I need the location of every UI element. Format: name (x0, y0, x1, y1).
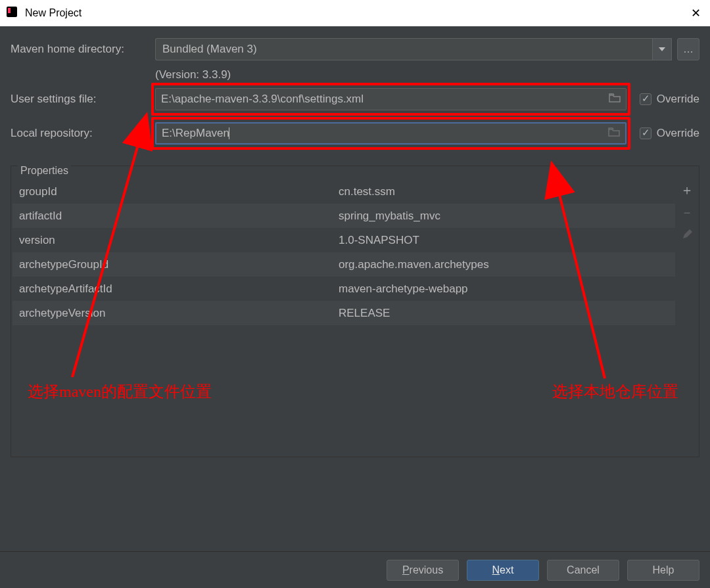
prop-val: spring_mybatis_mvc (339, 210, 669, 223)
form-area: Maven home directory: Bundled (Maven 3) … (0, 26, 710, 160)
local-repo-field[interactable]: E:\RepMaven (155, 122, 627, 145)
folder-icon[interactable] (608, 127, 620, 140)
table-row[interactable]: artifactId spring_mybatis_mvc (12, 204, 675, 228)
row-maven-home: Maven home directory: Bundled (Maven 3) … (11, 38, 699, 60)
footer: Previous Next Cancel Help (0, 551, 710, 588)
properties-title: Properties (18, 165, 71, 177)
prop-val: 1.0-SNAPSHOT (339, 234, 669, 247)
maven-home-combo[interactable]: Bundled (Maven 3) (155, 38, 672, 60)
app-icon (7, 7, 20, 20)
properties-toolbar: ＋ － (675, 166, 699, 457)
prop-val: maven-archetype-webapp (339, 283, 669, 296)
text-cursor (229, 127, 229, 139)
properties-table: groupId cn.test.ssm artifactId spring_my… (12, 179, 675, 455)
window-title: New Project (25, 7, 82, 19)
override-user-settings-checkbox[interactable] (640, 93, 651, 105)
next-button[interactable]: Next (467, 560, 539, 581)
properties-panel: Properties groupId cn.test.ssm artifactI… (11, 166, 699, 457)
prop-key: archetypeArtifactId (19, 283, 339, 296)
label-local-repo: Local repository: (11, 127, 155, 140)
table-row[interactable]: archetypeArtifactId maven-archetype-weba… (12, 277, 675, 301)
table-row[interactable]: archetypeVersion RELEASE (12, 301, 675, 325)
prop-val: cn.test.ssm (339, 185, 669, 198)
maven-home-value[interactable]: Bundled (Maven 3) (155, 38, 652, 60)
cancel-button[interactable]: Cancel (547, 560, 619, 581)
folder-icon[interactable] (609, 93, 621, 106)
table-row[interactable]: version 1.0-SNAPSHOT (12, 228, 675, 252)
row-local-repo: Local repository: E:\RepMaven Override (11, 122, 699, 145)
prop-key: archetypeGroupId (19, 258, 339, 271)
maven-version-text: (Version: 3.3.9) (155, 68, 231, 81)
chevron-down-icon[interactable] (652, 38, 672, 60)
user-settings-value: E:\apache-maven-3.3.9\conf\settings.xml (161, 93, 364, 106)
maven-home-browse-button[interactable]: … (677, 38, 699, 60)
close-icon[interactable]: ✕ (688, 6, 703, 20)
label-maven-home: Maven home directory: (11, 43, 155, 56)
prop-val: RELEASE (339, 307, 669, 320)
override-local-repo[interactable]: Override (640, 127, 699, 140)
edit-icon[interactable] (680, 228, 694, 241)
table-row[interactable]: groupId cn.test.ssm (12, 179, 675, 204)
previous-button[interactable]: Previous (387, 560, 459, 581)
titlebar: New Project ✕ (0, 0, 710, 26)
help-button[interactable]: Help (627, 560, 699, 581)
override-local-repo-label: Override (657, 127, 699, 140)
user-settings-field[interactable]: E:\apache-maven-3.3.9\conf\settings.xml (155, 88, 627, 110)
prop-key: version (19, 234, 339, 247)
prop-key: groupId (19, 185, 339, 198)
local-repo-value: E:\RepMaven (162, 127, 229, 140)
row-user-settings: User settings file: E:\apache-maven-3.3.… (11, 88, 699, 110)
table-row[interactable]: archetypeGroupId org.apache.maven.archet… (12, 252, 675, 277)
override-user-settings-label: Override (657, 93, 699, 106)
label-user-settings: User settings file: (11, 93, 155, 106)
prop-val: org.apache.maven.archetypes (339, 258, 669, 271)
prop-key: archetypeVersion (19, 307, 339, 320)
remove-icon[interactable]: － (680, 206, 694, 219)
prop-key: artifactId (19, 210, 339, 223)
override-user-settings[interactable]: Override (640, 93, 699, 106)
add-icon[interactable]: ＋ (680, 183, 694, 196)
override-local-repo-checkbox[interactable] (640, 127, 651, 139)
